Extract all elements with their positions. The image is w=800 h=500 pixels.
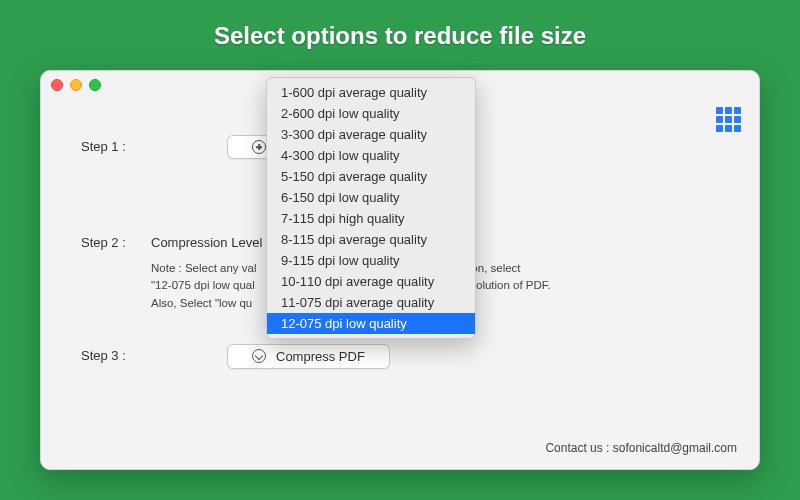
plus-icon bbox=[252, 140, 266, 154]
dropdown-option[interactable]: 4-300 dpi low quality bbox=[267, 145, 475, 166]
compression-level-label: Compression Level bbox=[151, 231, 262, 250]
compress-pdf-label: Compress PDF bbox=[276, 349, 365, 364]
contact-email: sofonicaltd@gmail.com bbox=[613, 441, 737, 455]
compress-pdf-button[interactable]: Compress PDF bbox=[227, 344, 390, 369]
dropdown-option[interactable]: 9-115 dpi low quality bbox=[267, 250, 475, 271]
apps-grid-icon[interactable] bbox=[716, 107, 741, 132]
dropdown-option[interactable]: 6-150 dpi low quality bbox=[267, 187, 475, 208]
close-icon[interactable] bbox=[51, 79, 63, 91]
dropdown-option[interactable]: 10-110 dpi average quality bbox=[267, 271, 475, 292]
minimize-icon[interactable] bbox=[70, 79, 82, 91]
compression-level-dropdown[interactable]: 1-600 dpi average quality2-600 dpi low q… bbox=[266, 77, 476, 339]
dropdown-option[interactable]: 7-115 dpi high quality bbox=[267, 208, 475, 229]
contact-line: Contact us : sofonicaltd@gmail.com bbox=[545, 441, 737, 455]
dropdown-option[interactable]: 2-600 dpi low quality bbox=[267, 103, 475, 124]
step-2-label: Step 2 : bbox=[81, 231, 151, 250]
step-3-label: Step 3 : bbox=[81, 344, 151, 363]
dropdown-option[interactable]: 12-075 dpi low quality bbox=[267, 313, 475, 334]
dropdown-option[interactable]: 3-300 dpi average quality bbox=[267, 124, 475, 145]
download-icon bbox=[252, 349, 266, 363]
zoom-icon[interactable] bbox=[89, 79, 101, 91]
step-3-row: Step 3 : Compress PDF bbox=[81, 344, 719, 369]
dropdown-option[interactable]: 1-600 dpi average quality bbox=[267, 82, 475, 103]
dropdown-option[interactable]: 8-115 dpi average quality bbox=[267, 229, 475, 250]
page-headline: Select options to reduce file size bbox=[0, 0, 800, 50]
dropdown-option[interactable]: 5-150 dpi average quality bbox=[267, 166, 475, 187]
dropdown-option[interactable]: 11-075 dpi average quality bbox=[267, 292, 475, 313]
step-1-label: Step 1 : bbox=[81, 135, 151, 154]
app-window: Step 1 : Step 2 : Compression Level Note… bbox=[40, 70, 760, 470]
